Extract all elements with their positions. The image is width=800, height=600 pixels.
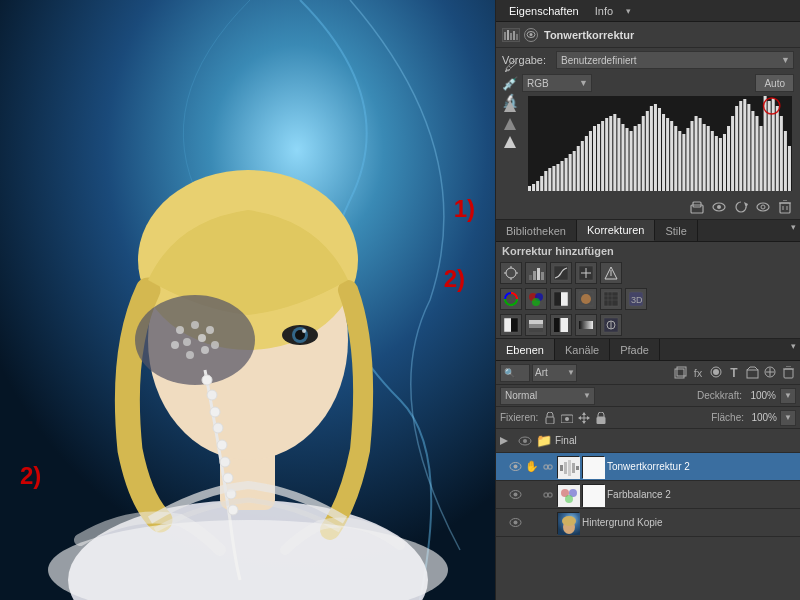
tab-kanaele[interactable]: Kanäle — [555, 339, 610, 360]
svg-rect-61 — [609, 116, 612, 191]
layer-search[interactable]: 🔍 — [500, 364, 530, 382]
channel-select[interactable]: RGB Rot Grün Blau — [522, 74, 592, 92]
visibility-btn[interactable] — [710, 198, 728, 216]
selectivecolor-btn[interactable] — [600, 314, 622, 336]
layer-farbbalance-2[interactable]: Farbbalance 2 — [496, 481, 800, 509]
layer-thumb-3 — [557, 512, 579, 534]
delete-layer-btn[interactable] — [780, 365, 796, 381]
brightness-contrast-btn[interactable] — [500, 262, 522, 284]
mask-btn[interactable] — [708, 365, 724, 381]
group-visibility-eye[interactable] — [517, 433, 533, 449]
svg-rect-143 — [604, 292, 618, 306]
gradientmap-btn[interactable] — [575, 314, 597, 336]
tab-stile[interactable]: Stile — [655, 220, 697, 241]
tone-visibility-toggle[interactable] — [524, 28, 538, 42]
layer-group-final[interactable]: 📁 Final — [496, 429, 800, 453]
eyedropper-black-icon[interactable]: 🖊 — [502, 58, 518, 74]
svg-point-166 — [713, 369, 719, 375]
tab-pfade[interactable]: Pfade — [610, 339, 660, 360]
svg-point-210 — [513, 521, 517, 525]
view-previous-btn[interactable] — [754, 198, 772, 216]
group-btn[interactable] — [744, 365, 760, 381]
eyedropper-gray-icon[interactable]: 💉 — [502, 75, 518, 91]
midpoint-tool[interactable] — [502, 116, 518, 132]
blend-select-container: Normal Multiplizieren Abblenden ▼ — [500, 387, 595, 405]
tone-title: Tonwertkorrektur — [544, 29, 634, 41]
tab-bibliotheken[interactable]: Bibliotheken — [496, 220, 577, 241]
layer-link-2[interactable] — [542, 489, 554, 501]
svg-rect-75 — [666, 118, 669, 191]
svg-rect-127 — [541, 272, 544, 280]
svg-rect-195 — [568, 460, 571, 476]
layer-visibility-eye-3[interactable] — [508, 516, 522, 530]
layer-link-1[interactable] — [542, 461, 554, 473]
huesat-btn[interactable] — [500, 288, 522, 310]
colorlookup-btn[interactable]: 3D — [625, 288, 647, 310]
tab-eigenschaften[interactable]: Eigenschaften — [501, 3, 587, 19]
svg-point-141 — [581, 294, 591, 304]
flache-value: 100% — [747, 412, 777, 423]
korrekturen-collapse-btn[interactable]: ▾ — [786, 220, 800, 234]
svg-point-23 — [217, 440, 227, 450]
svg-rect-52 — [573, 151, 576, 191]
vibrance-btn[interactable] — [600, 262, 622, 284]
svg-point-176 — [565, 417, 569, 421]
type-layer-btn[interactable]: T — [726, 365, 742, 381]
type-select[interactable]: Art — [532, 364, 577, 382]
colorbalance-btn[interactable] — [525, 288, 547, 310]
layer-visibility-eye-1[interactable] — [508, 460, 522, 474]
adjustment-layer-btn[interactable] — [762, 365, 778, 381]
tab-info[interactable]: Info — [587, 3, 621, 19]
lock-all-btn[interactable] — [594, 411, 608, 425]
exposure-btn[interactable] — [575, 262, 597, 284]
delete-btn[interactable] — [776, 198, 794, 216]
layer-spacer-3 — [525, 516, 539, 530]
lock-image-btn[interactable] — [560, 411, 574, 425]
blend-mode-select[interactable]: Normal Multiplizieren Abblenden — [500, 387, 595, 405]
svg-rect-139 — [561, 292, 568, 306]
black-point-tool[interactable] — [502, 98, 518, 114]
vorgabe-select[interactable]: Benutzerdefiniert — [556, 51, 794, 69]
svg-point-200 — [513, 493, 517, 497]
white-point-tool[interactable] — [502, 134, 518, 150]
lock-transparent-btn[interactable] — [543, 411, 557, 425]
levels-btn[interactable] — [525, 262, 547, 284]
invert-btn[interactable] — [500, 314, 522, 336]
threshold-btn[interactable] — [550, 314, 572, 336]
photofilter-btn[interactable] — [575, 288, 597, 310]
svg-rect-190 — [548, 465, 552, 469]
panel-collapse-btn[interactable]: ▾ — [621, 4, 635, 18]
svg-rect-84 — [703, 124, 706, 191]
lock-move-btn[interactable] — [577, 411, 591, 425]
layer-tonwertkorrektur-2[interactable]: ✋ — [496, 453, 800, 481]
svg-rect-77 — [674, 126, 677, 191]
new-layer-btn[interactable] — [672, 365, 688, 381]
tab-ebenen[interactable]: Ebenen — [496, 339, 555, 360]
svg-rect-105 — [788, 146, 791, 191]
korrekturen-tabs: Bibliotheken Korrekturen Stile ▾ — [496, 220, 800, 242]
svg-point-11 — [211, 341, 219, 349]
svg-marker-37 — [504, 100, 516, 112]
svg-rect-194 — [564, 462, 567, 474]
fx-btn[interactable]: fx — [690, 365, 706, 381]
ebenen-collapse-btn[interactable]: ▾ — [786, 339, 800, 353]
channelmixer-btn[interactable] — [600, 288, 622, 310]
layer-hintergrund-kopie[interactable]: Hintergrund Kopie — [496, 509, 800, 537]
curves-btn[interactable] — [550, 262, 572, 284]
opacity-dropdown-btn[interactable]: ▼ — [780, 388, 796, 404]
flache-dropdown-btn[interactable]: ▼ — [780, 410, 796, 426]
svg-rect-86 — [711, 131, 714, 191]
svg-marker-38 — [504, 118, 516, 130]
posterize-btn[interactable] — [525, 314, 547, 336]
reset-btn[interactable] — [732, 198, 750, 216]
group-expand-arrow[interactable] — [500, 435, 514, 447]
svg-rect-157 — [560, 318, 568, 332]
layer-visibility-eye-2[interactable] — [508, 488, 522, 502]
blackwhite-btn[interactable] — [550, 288, 572, 310]
svg-marker-39 — [504, 136, 516, 148]
clip-to-below-btn[interactable] — [688, 198, 706, 216]
tab-korrekturen[interactable]: Korrekturen — [577, 220, 655, 241]
svg-point-112 — [757, 203, 769, 211]
auto-button[interactable]: Auto — [755, 74, 794, 92]
svg-rect-83 — [699, 118, 702, 191]
